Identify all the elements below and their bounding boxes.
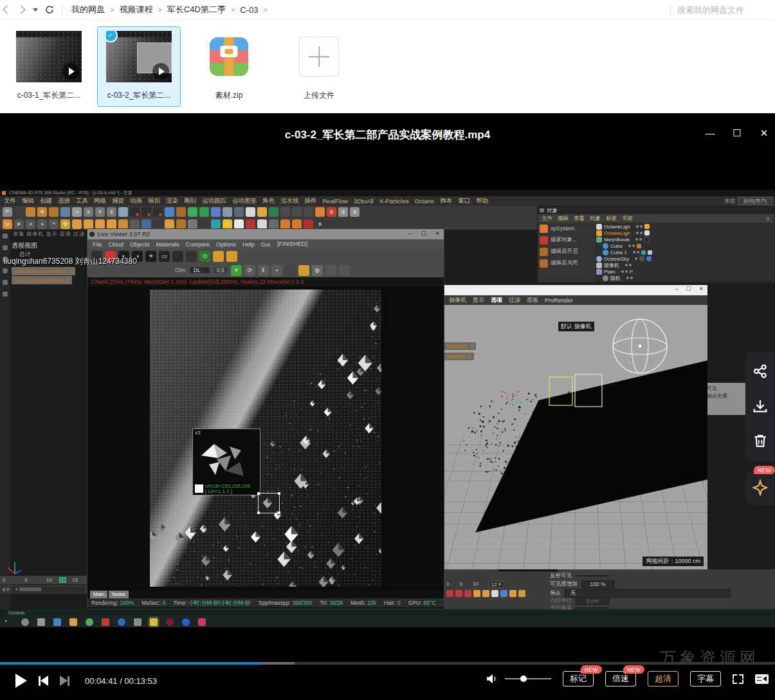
list-item[interactable]: 编辑器开启 (538, 246, 596, 257)
toolbar-icon[interactable] (280, 207, 290, 217)
upload-tile[interactable]: 上传文件 (277, 26, 361, 107)
subtitle-button[interactable]: 字幕 (690, 671, 721, 686)
toolbar-icon[interactable]: ✛ (37, 207, 47, 217)
file-tile-video-1[interactable]: c-03-1_军长第二... (7, 26, 91, 107)
taskbar-app-icon[interactable] (86, 618, 93, 626)
sample-value[interactable]: 0.5 (213, 266, 228, 274)
attr-value[interactable]: 无 (565, 589, 731, 598)
tree-row[interactable]: PlainP. (596, 268, 774, 275)
attribute-row[interactable]: 焦点无 (550, 589, 731, 598)
menu-item[interactable]: 动画 (130, 197, 142, 205)
history-dropdown[interactable] (28, 3, 42, 17)
attr-icon[interactable] (491, 590, 498, 597)
toolbar-icon[interactable] (188, 219, 197, 229)
play-button[interactable] (15, 674, 27, 688)
search-input[interactable] (676, 5, 775, 15)
close-button[interactable]: ✕ (758, 127, 770, 139)
toolbar-icon[interactable] (153, 219, 163, 229)
menu-item[interactable]: 摄像机 (449, 296, 466, 304)
toolbar-icon[interactable] (84, 219, 93, 229)
attr-icon[interactable] (518, 590, 525, 597)
attr-icon[interactable] (455, 590, 462, 597)
live-viewer-window-controls[interactable]: –☐✕ (408, 230, 440, 237)
fullscreen-button[interactable] (733, 674, 743, 684)
speed-button[interactable]: 倍速NEW (605, 671, 636, 686)
taskbar-app-icon[interactable] (198, 618, 206, 626)
attribute-row[interactable]: 反射可见 (550, 572, 609, 580)
toolbar-icon[interactable]: Z (107, 207, 116, 217)
forward-button[interactable] (14, 3, 28, 17)
start-button[interactable] (5, 620, 8, 623)
toolbar-icon[interactable] (186, 251, 197, 262)
menu-item[interactable]: 文件 (542, 215, 552, 223)
menu-item[interactable]: 运动跟踪 (202, 197, 226, 205)
attr-icon[interactable] (473, 590, 480, 597)
toolbar-icon[interactable]: S (338, 207, 348, 217)
toolbar-icon[interactable]: ▭ (159, 251, 170, 262)
toolbar-icon[interactable]: S (350, 207, 360, 217)
toolbar-icon[interactable] (141, 219, 151, 229)
menu-item[interactable]: Help (242, 241, 255, 248)
toolbar-icon[interactable]: 0 (315, 219, 325, 229)
toolbar-icon[interactable] (211, 219, 221, 229)
taskbar-app-icon[interactable] (69, 618, 77, 626)
menu-item[interactable]: 脚本 (440, 197, 452, 205)
menu-item[interactable]: 选项 (491, 296, 502, 304)
toolbar-icon[interactable] (304, 207, 313, 217)
toolbar-icon[interactable] (72, 219, 82, 229)
tree-row[interactable]: Cube (596, 243, 774, 249)
list-item[interactable]: 编辑器关闭 (538, 257, 596, 269)
video-frame[interactable]: CINEMA 4D R76.368 Studio (RC - R76) - [c… (0, 190, 775, 627)
breadcrumb-item[interactable]: 军长C4D第二季 (163, 4, 230, 15)
menu-item[interactable]: 网格 (94, 197, 106, 205)
toolbar-icon[interactable] (269, 219, 278, 229)
toolbar-icon[interactable] (285, 265, 296, 276)
taskbar-app-icon[interactable] (118, 618, 125, 626)
toolbar-icon[interactable] (141, 207, 151, 217)
tab-noise[interactable]: Noise (109, 591, 128, 598)
toolbar-icon[interactable] (118, 219, 128, 229)
toolbar-icon[interactable] (234, 219, 244, 229)
menu-item[interactable]: 插件 (305, 197, 317, 205)
menu-item[interactable]: 书签 (622, 215, 633, 223)
frame-box[interactable]: 12 F (489, 581, 504, 588)
attr-value[interactable] (576, 607, 609, 609)
toolbar-icon[interactable]: > (37, 219, 47, 229)
toolbar-icon[interactable] (257, 219, 267, 229)
channel-dropdown[interactable]: DL (189, 266, 210, 274)
menu-item[interactable]: File (93, 241, 102, 248)
toolbar-icon[interactable] (188, 207, 197, 217)
toolbar-icon[interactable]: ‖ (258, 265, 269, 276)
menu-item[interactable]: 工具 (76, 197, 88, 205)
menu-item[interactable]: 文件 (4, 197, 16, 205)
toolbar-icon[interactable] (246, 207, 255, 217)
viewport-window-controls[interactable]: –☐✕ (675, 286, 704, 292)
attr-icon[interactable] (500, 590, 507, 597)
maximize-button[interactable]: ☐ (731, 127, 743, 139)
pin-button[interactable] (752, 479, 769, 496)
volume-slider[interactable] (505, 678, 551, 679)
toolbar-icon[interactable] (234, 207, 244, 217)
toolbar-icon[interactable]: U (3, 219, 12, 229)
viewport-3d-view[interactable]: 默认 摄像机 emitters: 0 articles: 0 网格间距：1000… (444, 305, 707, 569)
toolbar-icon[interactable] (325, 265, 336, 276)
toolbar-icon[interactable] (176, 207, 186, 217)
toolbar-icon[interactable] (165, 207, 174, 217)
toolbar-icon[interactable] (107, 219, 116, 229)
menu-item[interactable]: RealFlow (323, 198, 349, 205)
list-item[interactable]: 烟雾对象... (538, 234, 596, 246)
toolbar-icon[interactable] (199, 207, 209, 217)
toolbar-icon[interactable] (49, 207, 59, 217)
menu-item[interactable]: 流水线 (280, 197, 299, 205)
breadcrumb-item[interactable]: 我的网盘 (68, 4, 109, 15)
tree-row-selected[interactable]: OctaneLigh (596, 230, 774, 236)
tree-row[interactable]: 随机 (596, 275, 774, 281)
back-button[interactable] (0, 3, 14, 17)
vis-row[interactable]: 可见 (707, 385, 744, 392)
menu-item[interactable]: 创建 (40, 197, 52, 205)
toolbar-icon[interactable] (298, 265, 309, 276)
refresh-button[interactable] (42, 3, 57, 17)
attribute-row[interactable]: 半径衰减 (550, 604, 609, 612)
mark-button[interactable]: 标记NEW (563, 671, 594, 686)
menu-item[interactable]: 查看 (574, 215, 585, 223)
